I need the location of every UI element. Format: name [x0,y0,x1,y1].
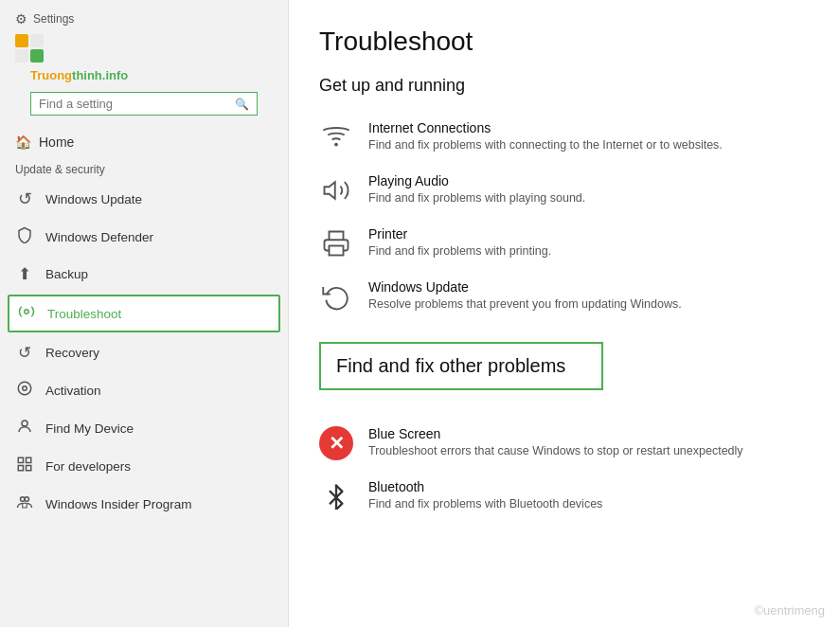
printer-icon [319,226,353,260]
brand-text: Truongthinh.info [15,66,273,88]
windows-defender-icon [15,226,34,247]
watermark: ©uentrimeng [754,603,825,618]
for-developers-icon [15,456,34,476]
sidebar-header: ⚙ Settings Truongthinh.info 🔍 [0,0,288,129]
blue-screen-title: Blue Screen [368,426,810,441]
svg-point-9 [25,497,29,502]
search-input[interactable] [39,97,235,111]
svg-point-2 [23,386,27,391]
printer-text: Printer Find and fix problems with print… [368,226,810,260]
logo-area [15,34,273,63]
sidebar-item-windows-defender[interactable]: Windows Defender [0,218,288,256]
recovery-icon: ↺ [15,343,34,363]
svg-rect-12 [330,246,344,256]
nav-label-activation: Activation [45,384,101,398]
windows-update-title: Windows Update [368,279,810,295]
brand-part3: .info [102,68,128,82]
activation-icon [15,380,34,401]
internet-connections-text: Internet Connections Find and fix proble… [368,120,810,154]
windows-update-desc: Resolve problems that prevent you from u… [368,296,810,314]
svg-marker-11 [325,182,335,199]
playing-audio-icon [319,173,353,207]
svg-point-1 [18,382,31,395]
playing-audio-text: Playing Audio Find and fix problems with… [368,173,810,207]
sidebar-item-backup[interactable]: ⬆ Backup [0,256,288,293]
app-title: Settings [33,12,74,26]
home-icon: 🏠 [15,134,31,150]
troubleshoot-icon [17,303,36,324]
logo-sq-3 [15,49,28,63]
internet-connections-title: Internet Connections [368,120,810,135]
blue-screen-text: Blue Screen Troubleshoot errors that cau… [368,426,810,460]
section-heading-running: Get up and running [319,76,810,96]
find-fix-section: Find and fix other problems [319,342,810,405]
sidebar-item-windows-update[interactable]: ↺ Windows Update [0,180,288,218]
find-my-device-icon [15,418,34,439]
sidebar-item-activation[interactable]: Activation [0,371,288,409]
home-label: Home [39,134,74,150]
sidebar-item-recovery[interactable]: ↺ Recovery [0,334,288,371]
nav-label-windows-defender: Windows Defender [45,230,153,244]
logo-squares [15,34,44,63]
nav-label-recovery: Recovery [45,346,99,360]
item-windows-update[interactable]: Windows Update Resolve problems that pre… [319,270,810,323]
nav-label-troubleshoot: Troubleshoot [47,307,121,321]
home-button[interactable]: 🏠 Home [0,129,288,155]
item-internet-connections[interactable]: Internet Connections Find and fix proble… [319,111,810,164]
blue-screen-icon: ✕ [319,426,353,460]
brand-part2: thinh [72,68,102,82]
item-bluetooth[interactable]: Bluetooth Find and fix problems with Blu… [319,470,810,523]
item-blue-screen[interactable]: ✕ Blue Screen Troubleshoot errors that c… [319,417,810,470]
blue-screen-desc: Troubleshoot errors that cause Windows t… [368,443,810,460]
windows-update-icon: ↺ [15,188,34,209]
svg-rect-4 [18,457,23,462]
nav-label-windows-insider: Windows Insider Program [45,497,192,511]
search-box[interactable]: 🔍 [30,92,258,116]
windows-update-text: Windows Update Resolve problems that pre… [368,279,810,314]
logo-sq-2 [30,34,44,47]
svg-rect-6 [18,466,23,471]
page-title: Troubleshoot [319,27,810,57]
bluetooth-title: Bluetooth [368,479,810,494]
svg-point-3 [22,421,27,426]
section-label: Update & security [0,155,288,180]
svg-point-0 [25,310,29,314]
internet-connections-desc: Find and fix problems with connecting to… [368,137,810,154]
search-icon: 🔍 [235,98,249,111]
item-printer[interactable]: Printer Find and fix problems with print… [319,217,810,270]
nav-label-windows-update: Windows Update [45,192,142,206]
playing-audio-desc: Find and fix problems with playing sound… [368,190,810,207]
bluetooth-desc: Find and fix problems with Bluetooth dev… [368,496,810,513]
nav-label-find-my-device: Find My Device [45,421,134,436]
windows-insider-icon [15,493,34,514]
sidebar: ⚙ Settings Truongthinh.info 🔍 🏠 Home Upd… [0,0,289,627]
nav-label-backup: Backup [45,267,88,281]
internet-connections-icon [319,120,353,154]
svg-rect-5 [27,457,31,462]
logo-sq-4 [30,49,44,63]
brand-part1: Truong [30,68,72,82]
windows-update-icon [319,279,353,314]
sidebar-item-windows-insider[interactable]: Windows Insider Program [0,485,288,523]
backup-icon: ⬆ [15,264,34,284]
logo-sq-1 [15,34,28,47]
sidebar-item-find-my-device[interactable]: Find My Device [0,409,288,447]
bluetooth-icon [319,479,353,513]
find-fix-heading: Find and fix other problems [319,342,603,390]
printer-desc: Find and fix problems with printing. [368,243,810,260]
item-playing-audio[interactable]: Playing Audio Find and fix problems with… [319,164,810,217]
bluetooth-text: Bluetooth Find and fix problems with Blu… [368,479,810,513]
nav-label-for-developers: For developers [45,459,131,474]
playing-audio-title: Playing Audio [368,173,810,188]
printer-title: Printer [368,226,810,242]
sidebar-item-for-developers[interactable]: For developers [0,447,288,485]
app-title-row: ⚙ Settings [15,11,273,27]
svg-rect-7 [27,466,31,471]
sidebar-item-troubleshoot[interactable]: Troubleshoot [8,295,280,332]
main-content: Troubleshoot Get up and running Internet… [289,0,840,627]
